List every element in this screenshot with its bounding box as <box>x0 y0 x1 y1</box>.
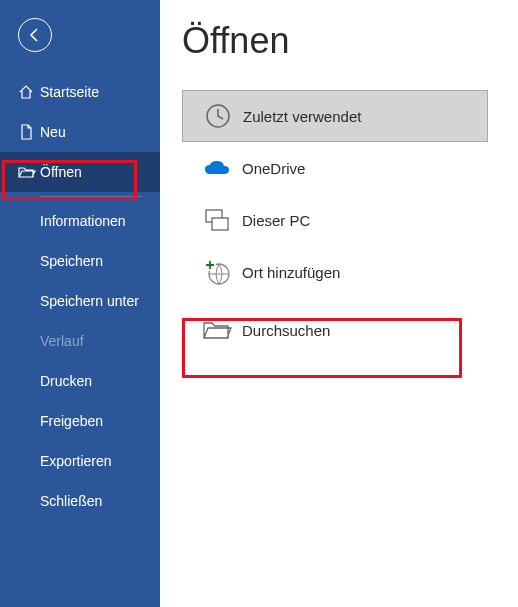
sidebar-item-oeffnen[interactable]: Öffnen <box>0 152 160 192</box>
home-icon <box>18 84 40 100</box>
sidebar-divider <box>40 196 142 197</box>
option-browse[interactable]: Durchsuchen <box>182 304 488 356</box>
sidebar-item-exportieren[interactable]: Exportieren <box>0 441 160 481</box>
new-document-icon <box>18 124 40 140</box>
sidebar-item-verlauf: Verlauf <box>0 321 160 361</box>
option-label-addplace: Ort hinzufügen <box>242 264 340 281</box>
sidebar-item-speichern[interactable]: Speichern <box>0 241 160 281</box>
option-addplace[interactable]: Ort hinzufügen <box>182 246 488 298</box>
clock-icon <box>193 102 243 130</box>
option-recent[interactable]: Zuletzt verwendet <box>182 90 488 142</box>
sidebar-label-oeffnen: Öffnen <box>40 164 82 180</box>
browse-folder-icon <box>192 318 242 342</box>
sidebar-item-drucken[interactable]: Drucken <box>0 361 160 401</box>
sidebar-item-speichern-unter[interactable]: Speichern unter <box>0 281 160 321</box>
sidebar-label-drucken: Drucken <box>40 373 92 389</box>
sidebar-label-exportieren: Exportieren <box>40 453 112 469</box>
onedrive-icon <box>192 158 242 178</box>
add-location-icon <box>192 258 242 286</box>
backstage-sidebar: Startseite Neu Öffnen Informationen Spei… <box>0 0 160 607</box>
option-thispc[interactable]: Dieser PC <box>182 194 488 246</box>
sidebar-item-schliessen[interactable]: Schließen <box>0 481 160 521</box>
page-title: Öffnen <box>182 20 488 62</box>
option-label-recent: Zuletzt verwendet <box>243 108 361 125</box>
computer-icon <box>192 208 242 232</box>
back-arrow-icon <box>27 27 43 43</box>
sidebar-label-informationen: Informationen <box>40 213 126 229</box>
sidebar-item-freigeben[interactable]: Freigeben <box>0 401 160 441</box>
option-label-browse: Durchsuchen <box>242 322 330 339</box>
option-label-thispc: Dieser PC <box>242 212 310 229</box>
open-folder-icon <box>18 164 40 180</box>
sidebar-item-startseite[interactable]: Startseite <box>0 72 160 112</box>
svg-rect-2 <box>212 218 228 230</box>
option-onedrive[interactable]: OneDrive <box>182 142 488 194</box>
sidebar-label-speichern-unter: Speichern unter <box>40 293 139 309</box>
sidebar-item-neu[interactable]: Neu <box>0 112 160 152</box>
sidebar-label-verlauf: Verlauf <box>40 333 84 349</box>
sidebar-label-startseite: Startseite <box>40 84 99 100</box>
sidebar-item-informationen[interactable]: Informationen <box>0 201 160 241</box>
sidebar-label-schliessen: Schließen <box>40 493 102 509</box>
option-label-onedrive: OneDrive <box>242 160 305 177</box>
main-panel: Öffnen Zuletzt verwendet OneDrive Dieser… <box>160 0 518 607</box>
back-button[interactable] <box>18 18 52 52</box>
sidebar-label-neu: Neu <box>40 124 66 140</box>
sidebar-label-freigeben: Freigeben <box>40 413 103 429</box>
sidebar-label-speichern: Speichern <box>40 253 103 269</box>
